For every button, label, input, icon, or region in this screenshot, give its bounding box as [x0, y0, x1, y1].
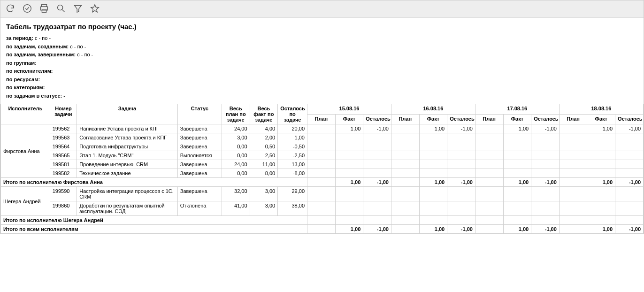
- col-taskno: Номер задачи: [50, 104, 77, 124]
- filter-label: по задачам, созданным:: [6, 44, 69, 49]
- cell-status: Завершена: [177, 160, 222, 169]
- search-icon[interactable]: [56, 3, 66, 15]
- refresh-icon[interactable]: [5, 3, 15, 15]
- cell-day-remain: [447, 142, 475, 151]
- cell-status: Завершена: [177, 142, 222, 151]
- table-row: 199563Согласование Устава проекта и КПГЗ…: [1, 133, 644, 142]
- filter-label: по задачам, завершенным:: [6, 52, 76, 57]
- grand-remain: -1,00: [363, 225, 391, 234]
- grand-fact: 1,00: [587, 225, 615, 234]
- cell-day-plan: [391, 133, 419, 142]
- col-plan: План: [307, 114, 336, 124]
- grand-fact: 1,00: [503, 225, 531, 234]
- col-plan: План: [391, 114, 419, 124]
- filter-label: по исполнителям:: [6, 68, 53, 74]
- cell-day-plan: [307, 160, 336, 169]
- grand-remain: -1,00: [615, 225, 644, 234]
- cell-day-fact: [335, 142, 363, 151]
- cell-day-remain: -1,00: [447, 124, 475, 133]
- check-icon[interactable]: [22, 3, 32, 15]
- col-fact: Факт: [587, 114, 615, 124]
- table-row: 199860Доработки по результатам опытной э…: [1, 201, 644, 216]
- col-date: 16.08.16: [391, 104, 475, 115]
- cell-day-fact: [503, 201, 531, 216]
- subtotal-label: Итого по исполнителю Фирстова Анна: [1, 178, 307, 187]
- cell-day-plan: [475, 151, 503, 160]
- cell-day-remain: [447, 133, 475, 142]
- filter-label: по категориям:: [6, 85, 45, 90]
- cell-day-remain: [447, 160, 475, 169]
- cell-day-plan: [475, 160, 503, 169]
- col-plan: План: [475, 114, 503, 124]
- svg-point-0: [23, 5, 31, 13]
- col-fact: Факт: [503, 114, 531, 124]
- cell-day-fact: [419, 201, 447, 216]
- col-plan: План: [559, 114, 587, 124]
- cell-plan: 0,00: [222, 169, 250, 178]
- subtotal-fact: [587, 216, 615, 225]
- cell-day-fact: [503, 187, 531, 201]
- col-remain: Осталось: [615, 114, 644, 124]
- subtotal-plan: [307, 178, 336, 187]
- cell-day-fact: [419, 160, 447, 169]
- cell-plan: 0,00: [222, 151, 250, 160]
- cell-day-plan: [475, 124, 503, 133]
- cell-day-fact: [335, 133, 363, 142]
- cell-status: Выполняется: [177, 151, 222, 160]
- cell-taskname: Подготовка инфраструктуры: [77, 142, 178, 151]
- cell-remain: 38,00: [278, 201, 307, 216]
- cell-day-plan: [307, 169, 336, 178]
- cell-taskname: Техническое задание: [77, 169, 178, 178]
- cell-taskno: 199564: [50, 142, 77, 151]
- cell-day-fact: [335, 151, 363, 160]
- table-row: Шегера Андрей199590Настройка интеграции …: [1, 187, 644, 201]
- cell-remain: -8,00: [278, 169, 307, 178]
- filter-value: с - по -: [77, 52, 93, 57]
- cell-day-remain: [615, 151, 644, 160]
- print-icon[interactable]: [39, 3, 49, 15]
- subtotal-remain: [615, 216, 644, 225]
- subtotal-label: Итого по исполнителю Шегера Андрей: [1, 216, 307, 225]
- cell-day-remain: [531, 201, 560, 216]
- cell-day-plan: [475, 169, 503, 178]
- cell-day-remain: [615, 133, 644, 142]
- cell-day-remain: -1,00: [363, 124, 391, 133]
- cell-day-fact: [335, 187, 363, 201]
- cell-taskno: 199563: [50, 133, 77, 142]
- subtotal-row: Итого по исполнителю Фирстова Анна1,00-1…: [1, 178, 644, 187]
- col-date: 15.08.16: [307, 104, 391, 115]
- cell-day-remain: [363, 201, 391, 216]
- cell-taskno: 199860: [50, 201, 77, 216]
- subtotal-fact: [335, 216, 363, 225]
- cell-taskno: 199582: [50, 169, 77, 178]
- cell-day-plan: [559, 124, 587, 133]
- cell-day-remain: [447, 187, 475, 201]
- cell-day-plan: [475, 133, 503, 142]
- col-remain: Осталось: [531, 114, 560, 124]
- filter-icon[interactable]: [73, 3, 83, 15]
- cell-day-fact: [419, 187, 447, 201]
- cell-day-fact: [503, 142, 531, 151]
- cell-fact: 0,50: [250, 142, 278, 151]
- grand-plan: [391, 225, 419, 234]
- star-icon[interactable]: [90, 3, 100, 15]
- subtotal-plan: [475, 216, 503, 225]
- cell-day-plan: [391, 169, 419, 178]
- cell-day-fact: [587, 142, 615, 151]
- cell-day-fact: [503, 169, 531, 178]
- grand-fact: 1,00: [335, 225, 363, 234]
- cell-day-fact: [587, 151, 615, 160]
- cell-day-plan: [391, 187, 419, 201]
- cell-taskname: Согласование Устава проекта и КПГ: [77, 133, 178, 142]
- cell-day-fact: 1,00: [503, 124, 531, 133]
- col-executor: Исполнитель: [1, 104, 50, 124]
- cell-day-fact: [335, 169, 363, 178]
- cell-day-fact: [587, 169, 615, 178]
- cell-plan: 3,00: [222, 133, 250, 142]
- filter-value: с - по -: [70, 44, 86, 49]
- cell-taskname: Проведение интервью. CRM: [77, 160, 178, 169]
- svg-rect-3: [42, 9, 46, 12]
- cell-day-plan: [559, 151, 587, 160]
- cell-day-remain: [363, 151, 391, 160]
- cell-day-fact: [587, 201, 615, 216]
